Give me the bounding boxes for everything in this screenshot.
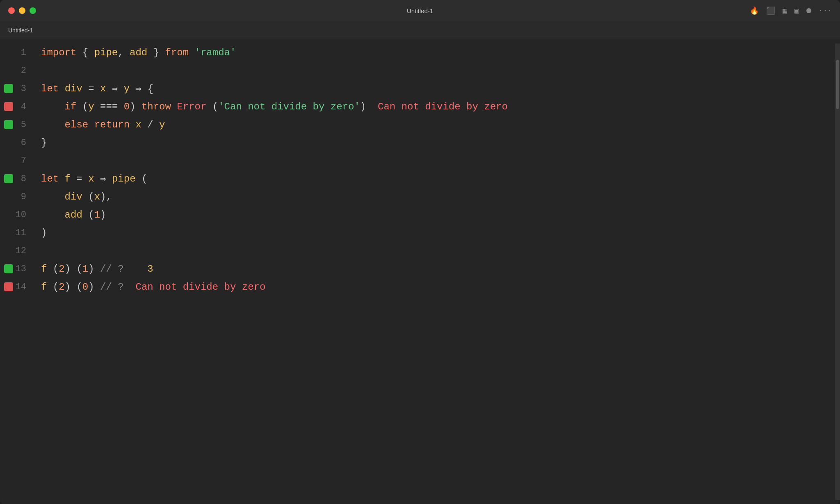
gutter-11 bbox=[4, 228, 13, 237]
code-line-1: import { pipe , add } from 'ramda' bbox=[41, 43, 827, 61]
line-num-14: 14 bbox=[13, 282, 30, 292]
close-button[interactable] bbox=[8, 7, 15, 14]
flame-icon[interactable]: 🔥 bbox=[750, 6, 759, 15]
comment-13: // ? bbox=[100, 263, 124, 275]
line-row-3: 3 bbox=[4, 79, 29, 98]
code-line-9: div ( x ), bbox=[41, 188, 827, 206]
identifier-pipe-8: pipe bbox=[112, 173, 136, 184]
toolbar-right: 🔥 ⬛ ▦ ▣ ··· bbox=[750, 6, 832, 15]
gutter-13 bbox=[4, 264, 13, 273]
code-line-6: } bbox=[41, 134, 827, 152]
line-row-9: 9 bbox=[4, 188, 29, 206]
line-num-5: 5 bbox=[13, 120, 30, 130]
line-row-13: 13 bbox=[4, 260, 29, 278]
line-row-12: 12 bbox=[4, 242, 29, 260]
string-error-msg: 'Can not divide by zero' bbox=[218, 101, 360, 112]
param-x-9: x bbox=[94, 191, 100, 202]
code-line-5: else return x / y bbox=[41, 116, 827, 134]
keyword-throw: throw bbox=[142, 101, 171, 112]
line-num-9: 9 bbox=[13, 192, 30, 202]
identifier-add: add bbox=[130, 47, 147, 58]
gutter-7 bbox=[4, 156, 13, 165]
keyword-from: from bbox=[165, 47, 189, 58]
param-x-8: x bbox=[88, 173, 94, 184]
code-line-4: if ( y ≡≡≡ 0 ) throw Error ( 'Can not di… bbox=[41, 98, 827, 116]
status-dot bbox=[806, 8, 811, 13]
line-num-4: 4 bbox=[13, 102, 30, 112]
gutter-10 bbox=[4, 210, 13, 219]
code-line-14: f ( 2 ) ( 0 ) // ? Can not divide by zer… bbox=[41, 278, 827, 296]
code-line-7 bbox=[41, 152, 827, 170]
line-num-7: 7 bbox=[13, 156, 30, 166]
line-row-10: 10 bbox=[4, 206, 29, 224]
gutter-1 bbox=[4, 48, 13, 57]
gutter-3 bbox=[4, 84, 13, 93]
more-icon[interactable]: ··· bbox=[819, 7, 832, 15]
line-num-13: 13 bbox=[13, 264, 30, 274]
code-line-12 bbox=[41, 242, 827, 260]
line-numbers: 1 2 3 4 5 6 7 bbox=[0, 43, 33, 500]
gutter-9 bbox=[4, 192, 13, 201]
line-row-6: 6 bbox=[4, 134, 29, 152]
arg-2-13: 2 bbox=[59, 263, 64, 275]
arg-1-13: 1 bbox=[82, 263, 88, 275]
line-num-10: 10 bbox=[13, 210, 30, 220]
line-row-14: 14 bbox=[4, 278, 29, 296]
gutter-6 bbox=[4, 138, 13, 147]
identifier-f-14: f bbox=[41, 282, 47, 293]
traffic-lights bbox=[8, 7, 36, 14]
inline-error-annotation: Can not divide by zero bbox=[378, 101, 508, 112]
comment-14: // ? bbox=[100, 282, 124, 293]
split-icon[interactable]: ▣ bbox=[794, 6, 799, 15]
identifier-div: div bbox=[65, 83, 82, 94]
gutter-14 bbox=[4, 282, 13, 291]
identifier-add-10: add bbox=[65, 209, 82, 220]
line-num-2: 2 bbox=[13, 66, 30, 76]
keyword-import: import bbox=[41, 47, 76, 58]
number-1: 1 bbox=[94, 209, 100, 220]
editor-body: 1 2 3 4 5 6 7 bbox=[0, 39, 840, 504]
line-row-8: 8 bbox=[4, 170, 29, 188]
code-line-8: let f = x ⇒ pipe ( bbox=[41, 170, 827, 188]
maximize-button[interactable] bbox=[30, 7, 36, 14]
result-value-13: 3 bbox=[147, 263, 153, 275]
number-0: 0 bbox=[124, 101, 130, 112]
line-num-12: 12 bbox=[13, 246, 30, 256]
line-row-7: 7 bbox=[4, 152, 29, 170]
minimize-button[interactable] bbox=[19, 7, 25, 14]
code-line-3: let div = x ⇒ y ⇒ { bbox=[41, 79, 827, 98]
scrollbar-thumb[interactable] bbox=[836, 60, 839, 109]
window: Untitled-1 🔥 ⬛ ▦ ▣ ··· Untitled-1 1 2 bbox=[0, 0, 840, 504]
gutter-2 bbox=[4, 66, 13, 75]
gutter-5 bbox=[4, 120, 13, 129]
keyword-return: return bbox=[94, 119, 130, 130]
file-tab[interactable]: Untitled-1 bbox=[8, 27, 33, 34]
keyword-let-3: let bbox=[41, 83, 59, 94]
line-row-1: 1 bbox=[4, 43, 29, 61]
identifier-f: f bbox=[65, 173, 71, 184]
line-row-4: 4 bbox=[4, 98, 29, 116]
line-num-6: 6 bbox=[13, 138, 30, 148]
code-area[interactable]: import { pipe , add } from 'ramda' let d… bbox=[33, 43, 835, 500]
gutter-8 bbox=[4, 174, 13, 183]
param-y-4: y bbox=[88, 101, 94, 112]
gutter-12 bbox=[4, 246, 13, 255]
scrollbar[interactable] bbox=[835, 43, 840, 500]
broadcast-icon[interactable]: ⬛ bbox=[766, 6, 775, 15]
columns-icon[interactable]: ▦ bbox=[783, 6, 787, 15]
arg-2-14: 2 bbox=[59, 282, 64, 293]
window-title: Untitled-1 bbox=[407, 7, 433, 14]
line-row-11: 11 bbox=[4, 224, 29, 242]
identifier-x-5: x bbox=[135, 119, 141, 130]
code-line-10: add ( 1 ) bbox=[41, 206, 827, 224]
string-ramda: 'ramda' bbox=[195, 47, 236, 58]
identifier-f-13: f bbox=[41, 263, 47, 275]
identifier-pipe: pipe bbox=[94, 47, 118, 58]
identifier-y-5: y bbox=[159, 119, 165, 130]
arg-0-14: 0 bbox=[82, 282, 88, 293]
param-x-3: x bbox=[100, 83, 106, 94]
titlebar: Untitled-1 🔥 ⬛ ▦ ▣ ··· bbox=[0, 0, 840, 21]
keyword-if: if bbox=[65, 101, 77, 112]
line-num-11: 11 bbox=[13, 228, 30, 238]
line-num-8: 8 bbox=[13, 174, 30, 184]
